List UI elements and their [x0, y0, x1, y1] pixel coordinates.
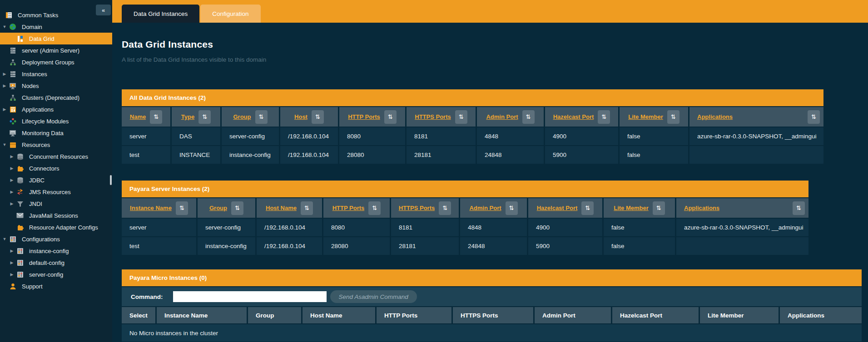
sidebar-item-resources[interactable]: Resources	[0, 139, 112, 151]
collapsed-arrow-icon[interactable]	[9, 201, 15, 206]
sidebar-item-jms-resources[interactable]: JMS Resources	[0, 186, 112, 198]
collapsed-arrow-icon[interactable]	[9, 190, 15, 194]
sidebar-item-connectors[interactable]: Connectors	[0, 162, 112, 174]
column-sort-link[interactable]: Instance Name	[130, 205, 172, 211]
column-sort-link[interactable]: Hazelcast Port	[537, 205, 578, 211]
sort-icon[interactable]	[231, 201, 243, 215]
sidebar-item-monitoring-data[interactable]: Monitoring Data	[0, 127, 112, 139]
sort-icon[interactable]	[439, 201, 451, 215]
sort-icon[interactable]	[808, 110, 820, 124]
sidebar-item-label: Monitoring Data	[22, 130, 64, 137]
sidebar-item-resource-adapter-configs[interactable]: Resource Adapter Configs	[0, 221, 112, 233]
sidebar-item-label: Configurations	[22, 236, 60, 243]
collapsed-arrow-icon[interactable]	[9, 260, 15, 265]
sidebar-item-instances[interactable]: Instances	[0, 68, 112, 80]
sidebar-scrollbar-thumb[interactable]	[110, 175, 112, 185]
column-header: Applications	[780, 307, 862, 323]
sidebar-item-default-config[interactable]: default-config	[0, 257, 112, 269]
sidebar-item-support[interactable]: Support	[0, 280, 112, 292]
cell-https-ports: 28181	[391, 237, 460, 255]
sidebar-item-jndi[interactable]: JNDI	[0, 198, 112, 210]
column-sort-link[interactable]: Admin Port	[486, 113, 518, 120]
sort-icon[interactable]	[384, 110, 397, 124]
expanded-arrow-icon[interactable]	[2, 24, 7, 29]
sort-icon[interactable]	[312, 110, 324, 124]
tab-configuration[interactable]: Configuration	[200, 5, 260, 23]
sort-icon[interactable]	[793, 201, 805, 215]
column-sort-link[interactable]: Group	[233, 113, 251, 120]
collapsed-arrow-icon[interactable]	[9, 166, 15, 171]
sidebar-item-instance-config[interactable]: instance-config	[0, 245, 112, 257]
sidebar-item-jdbc[interactable]: JDBC	[0, 174, 112, 186]
column-sort-link[interactable]: Hazelcast Port	[553, 113, 594, 120]
collapsed-arrow-icon[interactable]	[2, 83, 7, 88]
collapsed-arrow-icon[interactable]	[2, 72, 7, 76]
sidebar-item-server-config[interactable]: server-config	[0, 269, 112, 280]
collapsed-arrow-icon[interactable]	[9, 178, 15, 182]
sort-icon[interactable]	[176, 201, 188, 215]
sort-icon[interactable]	[653, 201, 665, 215]
column-sort-link[interactable]: HTTPS Ports	[415, 113, 451, 120]
sidebar-item-common-tasks[interactable]: Common Tasks	[0, 9, 112, 21]
cell-admin-port: 24848	[477, 146, 545, 164]
column-sort-link[interactable]: Name	[130, 113, 146, 120]
column-header: Group	[248, 307, 303, 323]
sliders-icon	[16, 271, 24, 278]
collapsed-arrow-icon[interactable]	[9, 249, 15, 253]
person-icon	[9, 283, 16, 290]
column-sort-link[interactable]: Applications	[697, 113, 733, 120]
collapsed-arrow-icon[interactable]	[2, 107, 7, 112]
column-sort-link[interactable]: Type	[181, 113, 194, 120]
sort-icon[interactable]	[581, 201, 594, 215]
sidebar-item-concurrent-resources[interactable]: Concurrent Resources	[0, 151, 112, 162]
sort-icon[interactable]	[368, 201, 381, 215]
column-sort-link[interactable]: Host	[294, 113, 308, 120]
column-sort-link[interactable]: Applications	[684, 205, 719, 211]
send-asadmin-command-button[interactable]: Send Asadmin Command	[330, 290, 417, 303]
sort-icon[interactable]	[506, 201, 518, 215]
sort-icon[interactable]	[522, 110, 535, 124]
expanded-arrow-icon[interactable]	[2, 237, 7, 241]
sort-icon[interactable]	[598, 110, 610, 124]
cell-host: /192.168.0.104	[280, 146, 339, 164]
collapsed-arrow-icon[interactable]	[9, 154, 15, 159]
sidebar-collapse-button[interactable]: «	[96, 5, 111, 15]
server-icon	[9, 47, 16, 54]
sort-icon[interactable]	[198, 110, 211, 124]
sidebar-item-data-grid[interactable]: Data Grid	[0, 33, 112, 44]
double-chevron-left-icon: «	[102, 7, 105, 14]
sort-icon[interactable]	[255, 110, 268, 124]
puzzle-icon	[16, 224, 24, 231]
sidebar-item-applications[interactable]: Applications	[0, 103, 112, 115]
expanded-arrow-icon[interactable]	[2, 142, 7, 147]
column-sort-link[interactable]: HTTPS Ports	[399, 205, 435, 211]
collapsed-arrow-icon[interactable]	[9, 272, 15, 277]
puzzle-icon	[16, 165, 24, 172]
sidebar-item-configurations[interactable]: Configurations	[0, 233, 112, 245]
command-input[interactable]	[173, 291, 327, 302]
sidebar-item-label: Connectors	[29, 165, 59, 172]
sort-icon[interactable]	[150, 110, 162, 124]
sort-icon[interactable]	[455, 110, 467, 124]
column-sort-link[interactable]: HTTP Ports	[332, 205, 365, 211]
sidebar-item-clusters[interactable]: Clusters (Deprecated)	[0, 92, 112, 103]
sort-icon[interactable]	[667, 110, 680, 124]
cell-applications	[676, 237, 808, 255]
column-sort-link[interactable]: Admin Port	[469, 205, 501, 211]
cell-hazelcast-port: 4900	[528, 219, 604, 236]
sidebar-item-deployment-groups[interactable]: Deployment Groups	[0, 56, 112, 68]
column-sort-link[interactable]: HTTP Ports	[348, 113, 380, 120]
column-sort-link[interactable]: Group	[209, 205, 227, 211]
cell-lite-member: false	[620, 146, 689, 164]
sidebar-item-server-admin[interactable]: server (Admin Server)	[0, 44, 112, 56]
column-sort-link[interactable]: Host Name	[266, 205, 297, 211]
sidebar-item-nodes[interactable]: Nodes	[0, 80, 112, 92]
cell-https-ports: 8181	[391, 219, 460, 236]
column-sort-link[interactable]: Lite Member	[614, 205, 649, 211]
tab-data-grid-instances[interactable]: Data Grid Instances	[122, 5, 199, 23]
sidebar-item-javamail-sessions[interactable]: JavaMail Sessions	[0, 210, 112, 221]
column-sort-link[interactable]: Lite Member	[628, 113, 663, 120]
sort-icon[interactable]	[301, 201, 313, 215]
sidebar-item-lifecycle-modules[interactable]: Lifecycle Modules	[0, 115, 112, 127]
sidebar-item-domain[interactable]: Domain	[0, 21, 112, 33]
